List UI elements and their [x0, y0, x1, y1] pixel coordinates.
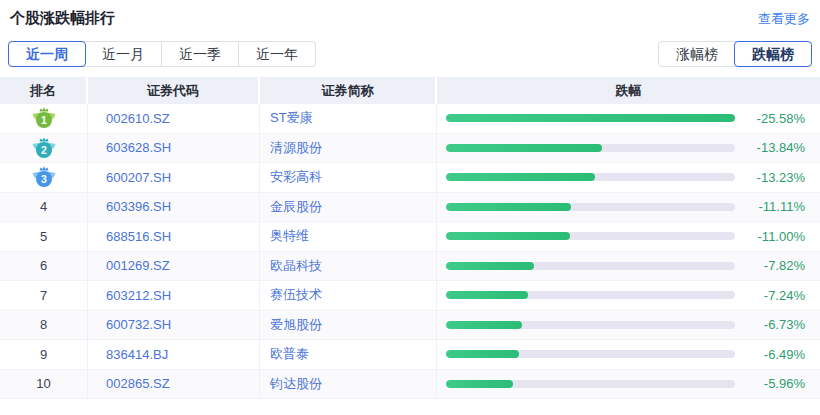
- change-value: -11.00%: [747, 229, 805, 244]
- stock-name[interactable]: 钧达股份: [260, 370, 437, 399]
- change-bar-fill: [446, 350, 519, 358]
- period-tab-1[interactable]: 近一月: [85, 42, 161, 66]
- change-bar-track: [446, 321, 735, 329]
- change-value: -5.96%: [747, 376, 805, 391]
- stock-name[interactable]: 欧普泰: [260, 340, 437, 369]
- change-cell: -13.84%: [437, 134, 820, 163]
- rank-cell: 7: [0, 281, 88, 310]
- stock-code[interactable]: 600207.SH: [88, 163, 260, 192]
- rank-cell: 2: [0, 134, 88, 163]
- change-bar-track: [446, 144, 735, 152]
- change-bar-fill: [446, 144, 602, 152]
- change-value: -6.49%: [747, 347, 805, 362]
- svg-text:3: 3: [41, 173, 47, 185]
- page-title: 个股涨跌幅排行: [10, 9, 115, 28]
- rank-cell: 9: [0, 340, 88, 369]
- stock-code[interactable]: 002610.SZ: [88, 104, 260, 133]
- svg-text:2: 2: [41, 143, 47, 155]
- change-cell: -11.11%: [437, 193, 820, 222]
- stock-code[interactable]: 002865.SZ: [88, 370, 260, 399]
- change-bar-track: [446, 350, 735, 358]
- change-cell: -7.82%: [437, 252, 820, 281]
- controls-bar: 近一周近一月近一季近一年 涨幅榜跌幅榜: [8, 41, 812, 67]
- change-value: -7.82%: [747, 258, 805, 273]
- change-cell: -7.24%: [437, 281, 820, 310]
- stock-name[interactable]: 金辰股份: [260, 193, 437, 222]
- rank-medal-icon: 3: [32, 166, 56, 188]
- change-bar-track: [446, 173, 735, 181]
- change-bar-fill: [446, 232, 570, 240]
- rank-cell: 4: [0, 193, 88, 222]
- change-cell: -5.96%: [437, 370, 820, 399]
- column-header-name: 证券简称: [260, 77, 437, 104]
- board-tab-0[interactable]: 涨幅榜: [659, 42, 735, 66]
- change-cell: -11.00%: [437, 222, 820, 251]
- column-header-rank: 排名: [0, 77, 88, 104]
- table-row: 8 600732.SH 爱旭股份 -6.73%: [0, 311, 820, 341]
- stock-name[interactable]: ST爱康: [260, 104, 437, 133]
- table-row: 5 688516.SH 奥特维 -11.00%: [0, 222, 820, 252]
- change-bar-track: [446, 291, 735, 299]
- svg-text:1: 1: [41, 114, 47, 126]
- change-bar-track: [446, 262, 735, 270]
- column-header-code: 证券代码: [88, 77, 260, 104]
- period-tab-2[interactable]: 近一季: [161, 42, 238, 66]
- change-value: -25.58%: [747, 111, 805, 126]
- table-row: 6 001269.SZ 欧晶科技 -7.82%: [0, 252, 820, 282]
- change-bar-track: [446, 232, 735, 240]
- change-value: -11.11%: [747, 199, 805, 214]
- rank-cell: 3: [0, 163, 88, 192]
- table-header: 排名 证券代码 证券简称 跌幅: [0, 77, 820, 104]
- table-row: 2 603628.SH 清源股份 -13.84%: [0, 134, 820, 164]
- stock-code[interactable]: 836414.BJ: [88, 340, 260, 369]
- rank-medal-icon: 1: [32, 107, 56, 129]
- stock-code[interactable]: 600732.SH: [88, 311, 260, 340]
- table-row: 10 002865.SZ 钧达股份 -5.96%: [0, 370, 820, 400]
- period-tabs: 近一周近一月近一季近一年: [8, 41, 316, 67]
- column-header-change: 跌幅: [437, 77, 820, 104]
- rank-cell: 5: [0, 222, 88, 251]
- stock-name[interactable]: 奥特维: [260, 222, 437, 251]
- change-bar-track: [446, 203, 735, 211]
- ranking-table: 排名 证券代码 证券简称 跌幅 1 002610.SZ ST爱康 -25.58%…: [0, 77, 820, 399]
- stock-name[interactable]: 安彩高科: [260, 163, 437, 192]
- table-row: 3 600207.SH 安彩高科 -13.23%: [0, 163, 820, 193]
- stock-name[interactable]: 清源股份: [260, 134, 437, 163]
- rank-cell: 10: [0, 370, 88, 399]
- change-cell: -13.23%: [437, 163, 820, 192]
- change-value: -13.23%: [747, 170, 805, 185]
- change-bar-fill: [446, 114, 735, 122]
- change-cell: -6.49%: [437, 340, 820, 369]
- change-value: -13.84%: [747, 140, 805, 155]
- period-tab-0[interactable]: 近一周: [8, 41, 86, 67]
- table-row: 4 603396.SH 金辰股份 -11.11%: [0, 193, 820, 223]
- stock-name[interactable]: 爱旭股份: [260, 311, 437, 340]
- table-row: 9 836414.BJ 欧普泰 -6.49%: [0, 340, 820, 370]
- change-bar-fill: [446, 173, 595, 181]
- stock-code[interactable]: 603628.SH: [88, 134, 260, 163]
- table-row: 1 002610.SZ ST爱康 -25.58%: [0, 104, 820, 134]
- change-bar-fill: [446, 203, 571, 211]
- change-value: -6.73%: [747, 317, 805, 332]
- rank-cell: 6: [0, 252, 88, 281]
- period-tab-3[interactable]: 近一年: [238, 42, 315, 66]
- rank-medal-icon: 2: [32, 137, 56, 159]
- stock-code[interactable]: 603212.SH: [88, 281, 260, 310]
- board-tab-1[interactable]: 跌幅榜: [734, 41, 812, 67]
- change-bar-fill: [446, 321, 522, 329]
- change-bar-track: [446, 114, 735, 122]
- stock-code[interactable]: 001269.SZ: [88, 252, 260, 281]
- stock-code[interactable]: 603396.SH: [88, 193, 260, 222]
- header-bar: 个股涨跌幅排行 查看更多: [0, 0, 820, 28]
- table-body: 1 002610.SZ ST爱康 -25.58% 2 603628.SH 清源股…: [0, 104, 820, 399]
- change-bar-fill: [446, 380, 513, 388]
- change-bar-fill: [446, 262, 534, 270]
- stock-name[interactable]: 欧晶科技: [260, 252, 437, 281]
- change-value: -7.24%: [747, 288, 805, 303]
- stock-name[interactable]: 赛伍技术: [260, 281, 437, 310]
- view-more-link[interactable]: 查看更多: [758, 10, 810, 28]
- stock-code[interactable]: 688516.SH: [88, 222, 260, 251]
- change-bar-fill: [446, 291, 528, 299]
- rank-cell: 8: [0, 311, 88, 340]
- change-cell: -25.58%: [437, 104, 820, 133]
